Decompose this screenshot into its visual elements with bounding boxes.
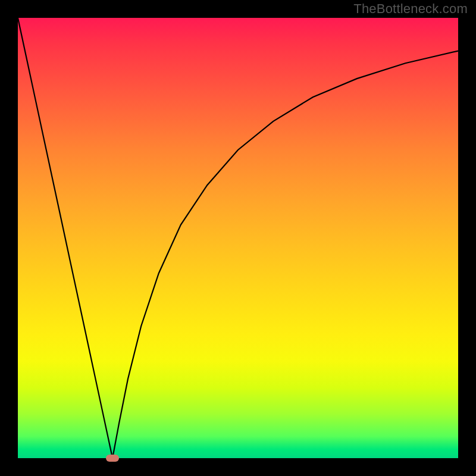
chart-frame: TheBottleneck.com: [0, 0, 476, 476]
watermark-text: TheBottleneck.com: [353, 1, 468, 17]
minimum-marker: [106, 455, 119, 462]
bottleneck-curve: [18, 18, 458, 458]
plot-area: [18, 18, 458, 458]
